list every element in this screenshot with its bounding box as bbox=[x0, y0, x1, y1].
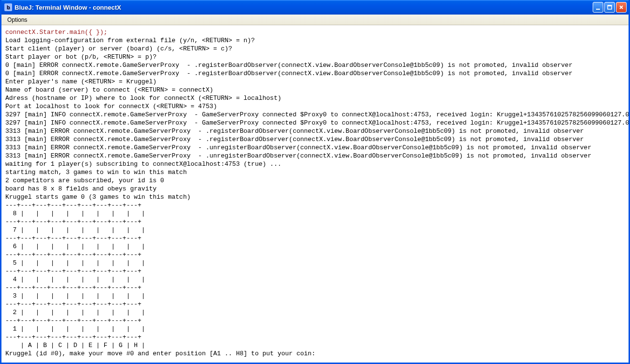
svg-rect-0 bbox=[596, 9, 600, 10]
app-icon: b bbox=[4, 3, 12, 11]
maximize-icon bbox=[607, 4, 613, 10]
close-icon bbox=[618, 4, 624, 10]
terminal-command: connectX.Starter.main({ }); bbox=[5, 29, 108, 36]
svg-rect-2 bbox=[608, 5, 612, 6]
svg-line-4 bbox=[620, 6, 623, 9]
svg-rect-1 bbox=[608, 5, 612, 9]
minimize-icon bbox=[595, 4, 601, 10]
app-window: b BlueJ: Terminal Window - connectX Opti… bbox=[0, 0, 630, 364]
menubar: Options bbox=[1, 15, 629, 25]
minimize-button[interactable] bbox=[593, 2, 603, 13]
menu-options[interactable]: Options bbox=[3, 16, 31, 24]
close-button[interactable] bbox=[616, 2, 627, 13]
titlebar[interactable]: b BlueJ: Terminal Window - connectX bbox=[1, 0, 629, 15]
maximize-button[interactable] bbox=[604, 2, 615, 13]
svg-line-3 bbox=[620, 6, 623, 9]
window-title: BlueJ: Terminal Window - connectX bbox=[15, 4, 593, 11]
terminal-output[interactable]: connectX.Starter.main({ }); Load logging… bbox=[1, 25, 629, 363]
window-controls bbox=[593, 2, 627, 13]
terminal-lines: Load logging-configuration from external… bbox=[5, 37, 629, 357]
